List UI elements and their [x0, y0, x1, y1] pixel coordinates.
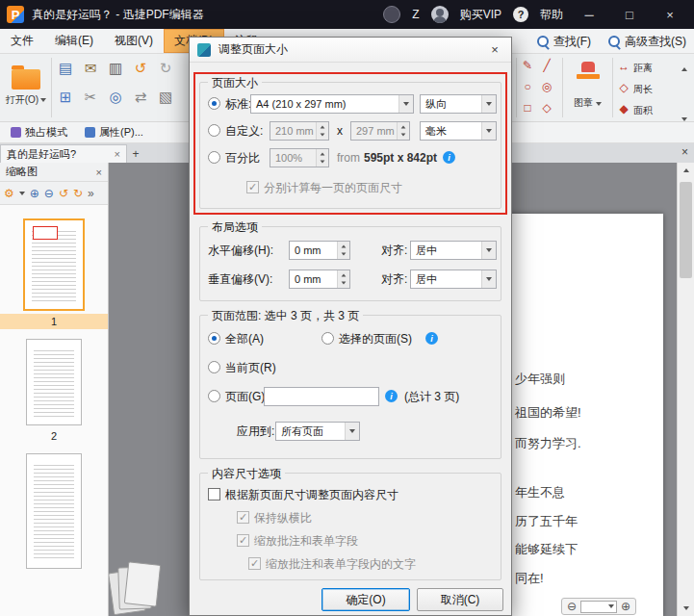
rotate-left-icon[interactable]: ↺: [59, 187, 68, 200]
keep-ratio-checkbox[interactable]: ✓: [237, 511, 249, 524]
page-list-radio[interactable]: [208, 390, 220, 402]
page-thumbnail-3[interactable]: [26, 453, 82, 569]
page-range-input[interactable]: [264, 387, 379, 406]
document-tab[interactable]: 真的是好运吗? ×: [0, 144, 127, 163]
zoom-level-select[interactable]: [580, 601, 617, 613]
info-icon[interactable]: i: [385, 390, 398, 402]
insert-page-icon[interactable]: ⊞: [56, 89, 75, 106]
ribbon-scroll-up[interactable]: [681, 58, 687, 75]
dialog-close-icon[interactable]: ×: [478, 38, 511, 62]
stamp-icon[interactable]: [576, 62, 601, 81]
help-button[interactable]: 帮助: [540, 7, 563, 23]
scroll-down-icon[interactable]: [678, 601, 694, 616]
menu-view[interactable]: 视图(V): [104, 29, 164, 53]
rotate-right-icon[interactable]: ↻: [73, 187, 83, 200]
custom-height-spinner[interactable]: 297 mm: [350, 121, 410, 141]
measure-area[interactable]: 面积: [633, 104, 653, 117]
pencil-icon[interactable]: ✎: [520, 59, 535, 72]
chevron-down-icon[interactable]: [481, 242, 496, 259]
buy-vip-button[interactable]: 购买VIP: [460, 7, 501, 23]
close-document-icon[interactable]: ×: [681, 145, 688, 159]
custom-radio[interactable]: [208, 124, 220, 137]
standard-radio[interactable]: [208, 97, 220, 110]
chevron-down-icon[interactable]: [481, 122, 496, 140]
spinner-arrows-icon[interactable]: [337, 270, 349, 288]
rect-tool-icon[interactable]: □: [520, 101, 535, 115]
find-button[interactable]: 查找(F): [533, 32, 595, 52]
orientation-select[interactable]: 纵向: [420, 94, 497, 114]
zoom-out-icon[interactable]: ⊖: [567, 600, 577, 613]
percent-spinner[interactable]: 100%: [270, 148, 329, 167]
tab-close-icon[interactable]: ×: [115, 148, 120, 160]
standard-size-select[interactable]: A4 (210 x 297 mm): [250, 94, 414, 114]
thumbnail-panel-close-icon[interactable]: ×: [96, 167, 102, 178]
page-thumbnail-1[interactable]: [23, 218, 85, 311]
scale-text-checkbox[interactable]: ✓: [248, 557, 261, 570]
circle-tool-icon[interactable]: ○: [520, 80, 535, 93]
advanced-find-button[interactable]: 高级查找(S): [604, 32, 690, 52]
save-icon[interactable]: ▤: [56, 60, 75, 77]
chevron-down-icon[interactable]: [481, 95, 496, 113]
unit-select[interactable]: 毫米: [420, 121, 497, 141]
spinner-arrows-icon[interactable]: [337, 242, 349, 259]
ok-button[interactable]: 确定(O): [321, 588, 410, 611]
theme-icon[interactable]: [383, 6, 400, 23]
scrollbar-thumb[interactable]: [680, 182, 692, 278]
zoom-in-icon[interactable]: ⊕: [30, 187, 39, 200]
close-button[interactable]: ×: [655, 0, 684, 29]
thumbnail-settings-icon[interactable]: ⚙: [4, 187, 14, 200]
pattern-icon[interactable]: ▧: [156, 89, 175, 106]
measure-perimeter[interactable]: 周长: [633, 83, 653, 96]
selected-pages-radio[interactable]: [321, 332, 334, 345]
polygon-tool-icon[interactable]: ◇: [539, 101, 554, 115]
zoom-out-icon[interactable]: ⊖: [44, 187, 54, 200]
scale-fields-checkbox[interactable]: ✓: [237, 534, 249, 547]
more-tools-icon[interactable]: »: [88, 187, 94, 200]
redo-icon[interactable]: ↻: [156, 60, 175, 77]
h-align-select[interactable]: 居中: [410, 241, 497, 260]
line-tool-icon[interactable]: ╱: [539, 59, 554, 72]
chevron-down-icon[interactable]: [345, 423, 359, 440]
stamp-label[interactable]: 图章: [574, 96, 602, 110]
zoom-in-icon[interactable]: ⊕: [621, 600, 630, 613]
minimize-button[interactable]: ─: [575, 0, 604, 29]
open-button[interactable]: 打开(O): [4, 57, 48, 118]
current-page-radio[interactable]: [208, 361, 220, 373]
spinner-arrows-icon[interactable]: [316, 149, 328, 167]
select-icon[interactable]: ◎: [106, 89, 125, 106]
page-number-2[interactable]: 2: [0, 428, 108, 444]
menu-file[interactable]: 文件: [0, 29, 44, 53]
exclusive-mode-button[interactable]: 独占模式: [6, 123, 72, 141]
page-thumbnail-2[interactable]: [26, 339, 82, 425]
swap-icon[interactable]: ⇄: [131, 89, 150, 106]
undo-icon[interactable]: ↺: [131, 60, 150, 77]
custom-width-spinner[interactable]: 210 mm: [270, 121, 329, 141]
spinner-arrows-icon[interactable]: [316, 122, 328, 140]
dialog-title-bar[interactable]: 调整页面大小 ×: [190, 38, 511, 63]
resize-content-checkbox[interactable]: [208, 488, 220, 500]
mail-icon[interactable]: ✉: [81, 60, 100, 77]
cut-icon[interactable]: ✂: [81, 89, 100, 106]
apply-to-select[interactable]: 所有页面: [275, 422, 360, 441]
per-page-checkbox[interactable]: ✓: [246, 181, 259, 193]
cancel-button[interactable]: 取消(C): [417, 588, 503, 611]
user-initial[interactable]: Z: [412, 8, 419, 21]
page-number-1[interactable]: 1: [0, 314, 108, 329]
maximize-button[interactable]: □: [615, 0, 644, 29]
v-offset-spinner[interactable]: 0 mm: [289, 270, 350, 289]
print-icon[interactable]: ▥: [106, 60, 125, 77]
scroll-up-icon[interactable]: [678, 163, 694, 178]
chevron-down-icon[interactable]: [481, 270, 496, 288]
menu-edit[interactable]: 编辑(E): [44, 29, 104, 53]
properties-button[interactable]: 属性(P)...: [80, 123, 148, 141]
h-offset-spinner[interactable]: 0 mm: [289, 241, 350, 260]
info-icon[interactable]: i: [425, 332, 438, 345]
help-icon[interactable]: ?: [513, 7, 528, 22]
ellipse-tool-icon[interactable]: ◎: [539, 80, 554, 93]
account-avatar[interactable]: [431, 6, 449, 23]
spinner-arrows-icon[interactable]: [397, 122, 409, 140]
info-icon[interactable]: i: [443, 151, 455, 164]
document-scrollbar[interactable]: [677, 163, 694, 616]
percent-radio[interactable]: [208, 151, 220, 164]
all-pages-radio[interactable]: [208, 332, 220, 345]
